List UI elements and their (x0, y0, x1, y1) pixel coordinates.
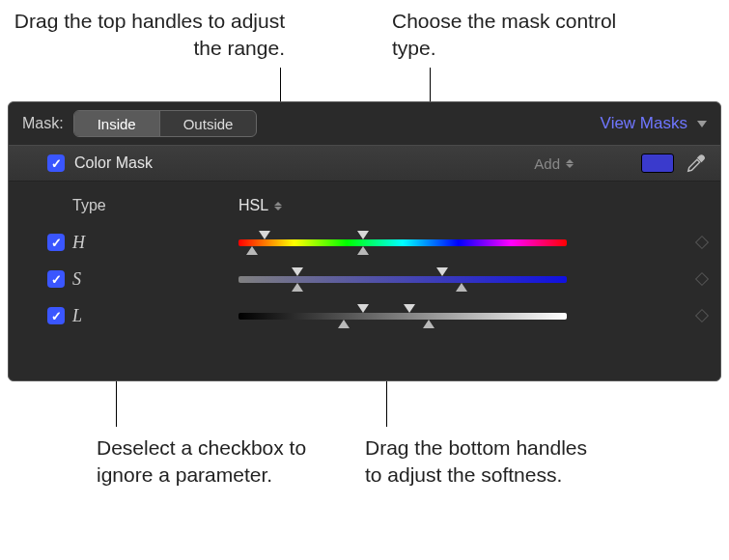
param-row-s: S (47, 261, 707, 297)
mask-panel: Mask: Inside Outside View Masks Color Ma… (8, 101, 721, 381)
color-mask-header: Color Mask Add (9, 145, 720, 182)
h-checkbox[interactable] (47, 234, 65, 251)
updown-icon (566, 159, 574, 168)
param-row-h: H (47, 224, 707, 261)
chevron-down-icon (697, 121, 707, 127)
view-masks-dropdown[interactable]: View Masks (601, 114, 707, 133)
l-soft-handle-right[interactable] (423, 320, 435, 328)
s-checkbox[interactable] (47, 270, 65, 288)
add-dropdown[interactable]: Add (534, 155, 574, 172)
seg-outside-button[interactable]: Outside (159, 111, 257, 136)
s-soft-handle-right[interactable] (456, 283, 467, 292)
h-label: H (72, 233, 130, 253)
color-mask-title: Color Mask (74, 154, 153, 172)
l-label: L (72, 306, 130, 326)
color-tools (641, 153, 707, 174)
s-slider[interactable] (238, 266, 567, 292)
updown-icon (274, 202, 282, 210)
rows-container: Type HSL H S (9, 182, 720, 334)
type-label: Type (72, 197, 130, 214)
callout-type: Choose the mask control type. (392, 8, 662, 63)
s-soft-handle-left[interactable] (292, 283, 303, 292)
callout-range: Drag the top handles to adjust the range… (0, 8, 285, 63)
s-range-handle-right[interactable] (436, 267, 448, 276)
color-mask-checkbox[interactable] (47, 154, 65, 172)
s-track (238, 276, 567, 283)
view-masks-label: View Masks (601, 114, 687, 133)
eyedropper-icon[interactable] (686, 153, 707, 174)
l-range-handle-left[interactable] (357, 304, 369, 313)
mask-label: Mask: (22, 115, 64, 132)
l-keyframe[interactable] (695, 309, 709, 322)
color-swatch[interactable] (641, 154, 674, 173)
h-track (238, 239, 567, 246)
h-soft-handle-right[interactable] (357, 246, 369, 255)
l-track (238, 313, 567, 320)
s-keyframe[interactable] (695, 272, 709, 286)
param-row-l: L (47, 297, 707, 334)
h-range-handle-right[interactable] (357, 231, 369, 239)
l-checkbox[interactable] (47, 307, 65, 324)
h-slider[interactable] (238, 230, 567, 255)
h-soft-handle-left[interactable] (246, 246, 258, 255)
s-range-handle-left[interactable] (292, 267, 303, 276)
type-row: Type HSL (47, 187, 707, 224)
l-slider[interactable] (238, 303, 567, 328)
h-range-handle-left[interactable] (259, 231, 270, 239)
mask-mode-segmented: Inside Outside (73, 110, 258, 137)
l-soft-handle-left[interactable] (338, 320, 350, 328)
panel-top-bar: Mask: Inside Outside View Masks (9, 102, 720, 145)
s-label: S (72, 269, 130, 290)
h-keyframe[interactable] (695, 236, 709, 249)
l-range-handle-right[interactable] (404, 304, 415, 313)
callout-softness: Drag the bottom handles to adjust the so… (365, 434, 597, 490)
type-dropdown[interactable]: HSL (238, 197, 282, 214)
seg-inside-button[interactable]: Inside (74, 111, 159, 136)
callout-checkbox: Deselect a checkbox to ignore a paramete… (97, 434, 319, 490)
